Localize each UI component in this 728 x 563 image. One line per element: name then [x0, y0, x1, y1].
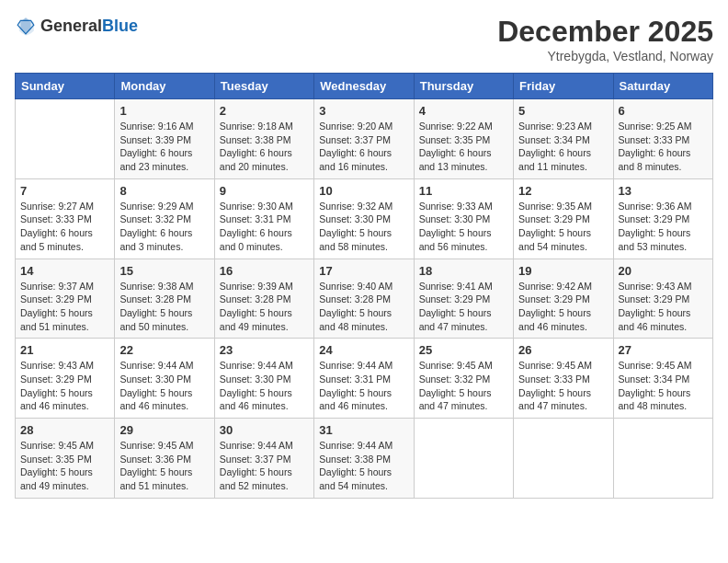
- day-number: 26: [518, 343, 608, 357]
- logo: GeneralBlue: [15, 15, 138, 37]
- day-info: Sunrise: 9:44 AMSunset: 3:30 PMDaylight:…: [119, 359, 209, 413]
- page-header: GeneralBlue December 2025 Ytrebygda, Ves…: [15, 15, 713, 63]
- calendar-cell: 6Sunrise: 9:25 AMSunset: 3:33 PMDaylight…: [613, 99, 712, 179]
- day-info: Sunrise: 9:45 AMSunset: 3:36 PMDaylight:…: [119, 439, 209, 493]
- day-number: 9: [220, 184, 309, 198]
- day-number: 6: [619, 104, 708, 118]
- day-info: Sunrise: 9:18 AMSunset: 3:38 PMDaylight:…: [220, 120, 309, 174]
- day-number: 3: [319, 104, 408, 118]
- day-info: Sunrise: 9:37 AMSunset: 3:29 PMDaylight:…: [20, 280, 109, 334]
- day-number: 30: [220, 423, 309, 437]
- calendar-cell: 15Sunrise: 9:38 AMSunset: 3:28 PMDayligh…: [115, 259, 214, 339]
- day-number: 27: [619, 343, 708, 357]
- day-info: Sunrise: 9:41 AMSunset: 3:29 PMDaylight:…: [419, 280, 508, 334]
- day-number: 23: [220, 343, 309, 357]
- calendar-table: SundayMondayTuesdayWednesdayThursdayFrid…: [15, 73, 713, 499]
- day-info: Sunrise: 9:45 AMSunset: 3:32 PMDaylight:…: [419, 359, 508, 413]
- day-number: 24: [319, 343, 408, 357]
- calendar-week-4: 21Sunrise: 9:43 AMSunset: 3:29 PMDayligh…: [16, 339, 713, 419]
- title-block: December 2025 Ytrebygda, Vestland, Norwa…: [497, 15, 713, 63]
- day-info: Sunrise: 9:44 AMSunset: 3:37 PMDaylight:…: [220, 439, 309, 493]
- calendar-cell: 13Sunrise: 9:36 AMSunset: 3:29 PMDayligh…: [613, 178, 712, 259]
- day-info: Sunrise: 9:45 AMSunset: 3:35 PMDaylight:…: [20, 439, 109, 493]
- day-number: 12: [518, 184, 608, 198]
- day-info: Sunrise: 9:39 AMSunset: 3:28 PMDaylight:…: [220, 280, 309, 334]
- header-day-saturday: Saturday: [613, 74, 712, 99]
- calendar-cell: 30Sunrise: 9:44 AMSunset: 3:37 PMDayligh…: [214, 419, 313, 499]
- calendar-cell: 26Sunrise: 9:45 AMSunset: 3:33 PMDayligh…: [514, 339, 613, 419]
- header-day-tuesday: Tuesday: [214, 74, 313, 99]
- calendar-cell: 22Sunrise: 9:44 AMSunset: 3:30 PMDayligh…: [115, 339, 214, 419]
- day-number: 13: [619, 184, 708, 198]
- day-info: Sunrise: 9:44 AMSunset: 3:31 PMDaylight:…: [319, 359, 408, 413]
- day-number: 5: [518, 104, 608, 118]
- day-number: 22: [119, 343, 209, 357]
- calendar-cell: 7Sunrise: 9:27 AMSunset: 3:33 PMDaylight…: [16, 178, 115, 259]
- day-info: Sunrise: 9:32 AMSunset: 3:30 PMDaylight:…: [319, 200, 408, 254]
- calendar-cell: 9Sunrise: 9:30 AMSunset: 3:31 PMDaylight…: [214, 178, 313, 259]
- day-number: 4: [419, 104, 508, 118]
- calendar-week-3: 14Sunrise: 9:37 AMSunset: 3:29 PMDayligh…: [16, 259, 713, 339]
- calendar-cell: 19Sunrise: 9:42 AMSunset: 3:29 PMDayligh…: [514, 259, 613, 339]
- day-number: 10: [319, 184, 408, 198]
- day-info: Sunrise: 9:35 AMSunset: 3:29 PMDaylight:…: [518, 200, 608, 254]
- calendar-cell: 20Sunrise: 9:43 AMSunset: 3:29 PMDayligh…: [613, 259, 712, 339]
- calendar-week-2: 7Sunrise: 9:27 AMSunset: 3:33 PMDaylight…: [16, 178, 713, 259]
- calendar-cell: 21Sunrise: 9:43 AMSunset: 3:29 PMDayligh…: [16, 339, 115, 419]
- calendar-cell: 11Sunrise: 9:33 AMSunset: 3:30 PMDayligh…: [414, 178, 513, 259]
- day-info: Sunrise: 9:36 AMSunset: 3:29 PMDaylight:…: [619, 200, 708, 254]
- day-number: 8: [119, 184, 209, 198]
- calendar-cell: 23Sunrise: 9:44 AMSunset: 3:30 PMDayligh…: [214, 339, 313, 419]
- day-number: 19: [518, 264, 608, 278]
- day-number: 20: [619, 264, 708, 278]
- calendar-cell: 27Sunrise: 9:45 AMSunset: 3:34 PMDayligh…: [613, 339, 712, 419]
- calendar-cell: 8Sunrise: 9:29 AMSunset: 3:32 PMDaylight…: [115, 178, 214, 259]
- day-info: Sunrise: 9:20 AMSunset: 3:37 PMDaylight:…: [319, 120, 408, 174]
- subtitle: Ytrebygda, Vestland, Norway: [497, 49, 713, 63]
- calendar-cell: [16, 99, 115, 179]
- calendar-cell: [613, 419, 712, 499]
- day-info: Sunrise: 9:43 AMSunset: 3:29 PMDaylight:…: [20, 359, 109, 413]
- day-number: 15: [119, 264, 209, 278]
- day-info: Sunrise: 9:42 AMSunset: 3:29 PMDaylight:…: [518, 280, 608, 334]
- day-number: 25: [419, 343, 508, 357]
- day-info: Sunrise: 9:30 AMSunset: 3:31 PMDaylight:…: [220, 200, 309, 254]
- header-day-sunday: Sunday: [16, 74, 115, 99]
- day-number: 29: [119, 423, 209, 437]
- day-info: Sunrise: 9:23 AMSunset: 3:34 PMDaylight:…: [518, 120, 608, 174]
- calendar-cell: 14Sunrise: 9:37 AMSunset: 3:29 PMDayligh…: [16, 259, 115, 339]
- day-number: 1: [119, 104, 209, 118]
- day-info: Sunrise: 9:22 AMSunset: 3:35 PMDaylight:…: [419, 120, 508, 174]
- day-info: Sunrise: 9:16 AMSunset: 3:39 PMDaylight:…: [119, 120, 209, 174]
- day-info: Sunrise: 9:29 AMSunset: 3:32 PMDaylight:…: [119, 200, 209, 254]
- calendar-cell: 10Sunrise: 9:32 AMSunset: 3:30 PMDayligh…: [314, 178, 414, 259]
- calendar-cell: 5Sunrise: 9:23 AMSunset: 3:34 PMDaylight…: [514, 99, 613, 179]
- calendar-cell: 2Sunrise: 9:18 AMSunset: 3:38 PMDaylight…: [214, 99, 313, 179]
- day-number: 7: [20, 184, 109, 198]
- calendar-cell: 24Sunrise: 9:44 AMSunset: 3:31 PMDayligh…: [314, 339, 414, 419]
- day-number: 18: [419, 264, 508, 278]
- calendar-cell: 16Sunrise: 9:39 AMSunset: 3:28 PMDayligh…: [214, 259, 313, 339]
- header-day-thursday: Thursday: [414, 74, 513, 99]
- month-title: December 2025: [497, 15, 713, 49]
- calendar-cell: 29Sunrise: 9:45 AMSunset: 3:36 PMDayligh…: [115, 419, 214, 499]
- calendar-cell: 25Sunrise: 9:45 AMSunset: 3:32 PMDayligh…: [414, 339, 513, 419]
- logo-icon: [15, 15, 37, 37]
- day-info: Sunrise: 9:27 AMSunset: 3:33 PMDaylight:…: [20, 200, 109, 254]
- calendar-cell: 17Sunrise: 9:40 AMSunset: 3:28 PMDayligh…: [314, 259, 414, 339]
- day-info: Sunrise: 9:38 AMSunset: 3:28 PMDaylight:…: [119, 280, 209, 334]
- day-info: Sunrise: 9:45 AMSunset: 3:33 PMDaylight:…: [518, 359, 608, 413]
- calendar-cell: 1Sunrise: 9:16 AMSunset: 3:39 PMDaylight…: [115, 99, 214, 179]
- calendar-week-1: 1Sunrise: 9:16 AMSunset: 3:39 PMDaylight…: [16, 99, 713, 179]
- header-day-monday: Monday: [115, 74, 214, 99]
- day-info: Sunrise: 9:43 AMSunset: 3:29 PMDaylight:…: [619, 280, 708, 334]
- day-info: Sunrise: 9:45 AMSunset: 3:34 PMDaylight:…: [619, 359, 708, 413]
- day-info: Sunrise: 9:25 AMSunset: 3:33 PMDaylight:…: [619, 120, 708, 174]
- day-info: Sunrise: 9:44 AMSunset: 3:30 PMDaylight:…: [220, 359, 309, 413]
- day-number: 11: [419, 184, 508, 198]
- calendar-cell: [414, 419, 513, 499]
- header-day-wednesday: Wednesday: [314, 74, 414, 99]
- calendar-cell: 31Sunrise: 9:44 AMSunset: 3:38 PMDayligh…: [314, 419, 414, 499]
- calendar-cell: 12Sunrise: 9:35 AMSunset: 3:29 PMDayligh…: [514, 178, 613, 259]
- header-day-friday: Friday: [514, 74, 613, 99]
